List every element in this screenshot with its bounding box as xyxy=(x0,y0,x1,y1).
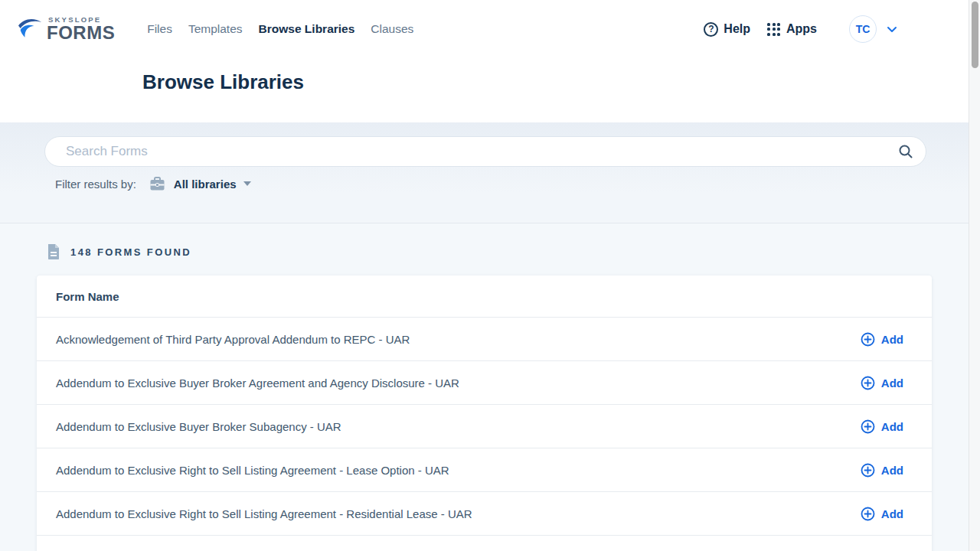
form-name: Acknowledgement of Third Party Approval … xyxy=(56,333,861,346)
form-name: Addendum to Exclusive Right to Sell List… xyxy=(56,464,861,477)
nav-item-browse-libraries[interactable]: Browse Libraries xyxy=(259,22,355,36)
skyslope-forms-logo[interactable]: SKYSLOPE FORMS xyxy=(17,16,115,43)
help-label: Help xyxy=(724,22,750,36)
table-row: Addendum to Exclusive Buyer Broker Subag… xyxy=(37,404,932,448)
filter-label: Filter results by: xyxy=(55,178,136,191)
page-scrollbar-track[interactable] xyxy=(969,0,980,551)
skyslope-swoosh-icon xyxy=(17,17,44,41)
plus-circle-icon xyxy=(861,376,875,390)
nav-item-templates[interactable]: Templates xyxy=(188,22,243,36)
filter-row: Filter results by: All libraries xyxy=(55,174,251,193)
user-avatar[interactable]: TC xyxy=(849,15,877,43)
table-row: Addendum to Exclusive Right to Sell List… xyxy=(37,448,932,491)
form-table-body: Acknowledgement of Third Party Approval … xyxy=(37,317,932,535)
document-icon xyxy=(47,243,60,260)
table-row-partial xyxy=(37,535,932,551)
table-row: Addendum to Exclusive Buyer Broker Agree… xyxy=(37,360,932,404)
plus-circle-icon xyxy=(861,332,875,347)
plus-circle-icon xyxy=(861,419,875,434)
form-name: Addendum to Exclusive Buyer Broker Subag… xyxy=(56,420,861,433)
search-bar xyxy=(44,136,926,167)
apps-grid-icon xyxy=(767,23,780,36)
filter-selected-value: All libraries xyxy=(174,178,237,191)
nav-item-files[interactable]: Files xyxy=(147,22,172,36)
page-title: Browse Libraries xyxy=(142,70,980,94)
plus-circle-icon xyxy=(861,463,875,478)
header-top: SKYSLOPE FORMS Files Templates Browse Li… xyxy=(0,0,980,52)
search-input[interactable] xyxy=(45,144,898,159)
add-form-button[interactable]: Add xyxy=(861,419,903,434)
search-section: Filter results by: All libraries xyxy=(0,122,980,223)
briefcase-icon xyxy=(149,177,165,191)
add-button-label: Add xyxy=(881,464,903,477)
help-button[interactable]: ? Help xyxy=(704,22,750,37)
app-header: SKYSLOPE FORMS Files Templates Browse Li… xyxy=(0,0,980,122)
search-icon[interactable] xyxy=(898,144,913,159)
logo-text: SKYSLOPE FORMS xyxy=(47,16,115,43)
nav-item-clauses[interactable]: Clauses xyxy=(371,22,413,36)
help-question-icon: ? xyxy=(704,22,718,37)
add-button-label: Add xyxy=(881,377,903,390)
caret-down-icon xyxy=(243,181,251,186)
page-scrollbar-thumb[interactable] xyxy=(972,2,978,68)
add-form-button[interactable]: Add xyxy=(861,376,903,390)
add-button-label: Add xyxy=(881,420,903,433)
table-row: Acknowledgement of Third Party Approval … xyxy=(37,317,932,360)
plus-circle-icon xyxy=(861,507,875,521)
library-filter-dropdown[interactable]: All libraries xyxy=(174,178,251,191)
header-right: ? Help Apps TC xyxy=(704,15,897,43)
logo-forms-label: FORMS xyxy=(47,24,115,42)
add-form-button[interactable]: Add xyxy=(861,463,903,478)
forms-table: Form Name Acknowledgement of Third Party… xyxy=(37,276,932,551)
add-button-label: Add xyxy=(881,507,903,520)
results-section: 148 FORMS FOUND Form Name Acknowledgemen… xyxy=(0,223,980,551)
add-form-button[interactable]: Add xyxy=(861,507,903,521)
form-name: Addendum to Exclusive Right to Sell List… xyxy=(56,507,861,520)
results-count: 148 FORMS FOUND xyxy=(47,243,980,260)
add-form-button[interactable]: Add xyxy=(861,332,903,347)
table-row: Addendum to Exclusive Right to Sell List… xyxy=(37,491,932,535)
apps-button[interactable]: Apps xyxy=(767,22,817,36)
forms-found-count: 148 FORMS FOUND xyxy=(70,246,191,258)
apps-label: Apps xyxy=(786,22,817,36)
account-chevron-down-icon[interactable] xyxy=(887,26,897,33)
add-button-label: Add xyxy=(881,333,903,346)
main-nav: Files Templates Browse Libraries Clauses xyxy=(147,22,413,36)
form-name: Addendum to Exclusive Buyer Broker Agree… xyxy=(56,377,861,390)
form-name-column-header: Form Name xyxy=(37,276,932,317)
